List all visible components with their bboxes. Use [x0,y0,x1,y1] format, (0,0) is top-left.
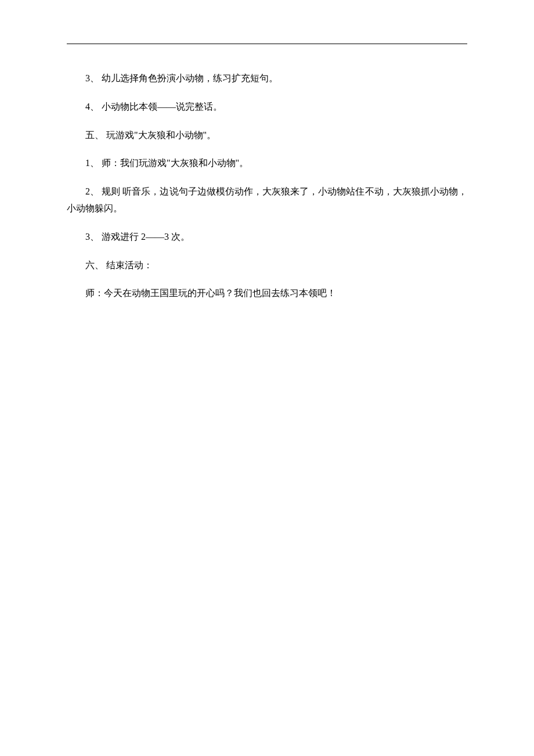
paragraph: 4、 小动物比本领——说完整话。 [67,99,467,116]
paragraph: 师：今天在动物王国里玩的开心吗？我们也回去练习本领吧！ [67,285,467,302]
paragraph: 1、 师：我们玩游戏"大灰狼和小动物"。 [67,155,467,172]
paragraph: 六、 结束活动： [67,257,467,274]
paragraph: 五、 玩游戏"大灰狼和小动物"。 [67,127,467,144]
document-page: 3、 幼儿选择角色扮演小动物，练习扩充短句。 4、 小动物比本领——说完整话。 … [0,0,534,302]
paragraph: 2、 规则 听音乐，边说句子边做模仿动作，大灰狼来了，小动物站住不动，大灰狼抓小… [67,183,467,217]
paragraph: 3、 幼儿选择角色扮演小动物，练习扩充短句。 [67,70,467,87]
header-divider [67,44,467,44]
paragraph: 3、 游戏进行 2——3 次。 [67,229,467,246]
